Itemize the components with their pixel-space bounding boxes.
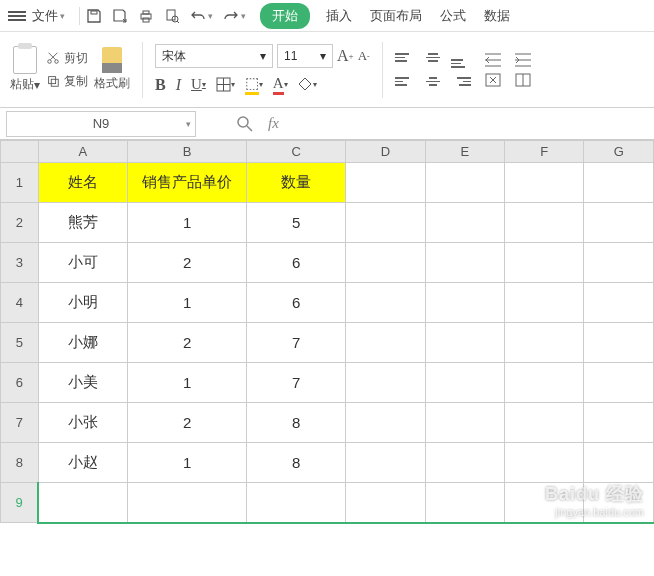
- cell-F4[interactable]: [505, 283, 584, 323]
- cell-C1[interactable]: 数量: [247, 163, 346, 203]
- cell-B2[interactable]: 1: [128, 203, 247, 243]
- row-header-7[interactable]: 7: [1, 403, 39, 443]
- cell-E6[interactable]: [425, 363, 504, 403]
- column-header-G[interactable]: G: [584, 141, 654, 163]
- cell-C2[interactable]: 5: [247, 203, 346, 243]
- cell-G4[interactable]: [584, 283, 654, 323]
- cut-button[interactable]: 剪切: [46, 50, 88, 67]
- cell-G8[interactable]: [584, 443, 654, 483]
- cell-A9[interactable]: [38, 483, 127, 523]
- format-painter-button[interactable]: 格式刷: [94, 47, 130, 92]
- cell-C7[interactable]: 8: [247, 403, 346, 443]
- cell-style-button[interactable]: ▾: [298, 77, 317, 92]
- save-as-icon[interactable]: [112, 8, 128, 24]
- column-header-B[interactable]: B: [128, 141, 247, 163]
- cell-G1[interactable]: [584, 163, 654, 203]
- cell-F6[interactable]: [505, 363, 584, 403]
- decrease-indent-button[interactable]: [485, 53, 501, 67]
- font-name-select[interactable]: 宋体▾: [155, 44, 273, 68]
- cell-G6[interactable]: [584, 363, 654, 403]
- paste-button[interactable]: 粘贴 ▾: [10, 46, 40, 93]
- cell-D3[interactable]: [346, 243, 425, 283]
- fx-button[interactable]: fx: [268, 115, 279, 132]
- search-icon[interactable]: [236, 115, 254, 133]
- cell-G3[interactable]: [584, 243, 654, 283]
- align-top-button[interactable]: [395, 48, 415, 68]
- tab-start[interactable]: 开始: [260, 3, 310, 29]
- redo-icon[interactable]: ▾: [223, 8, 246, 24]
- menu-hamburger-icon[interactable]: [8, 9, 26, 23]
- column-header-E[interactable]: E: [425, 141, 504, 163]
- cell-C6[interactable]: 7: [247, 363, 346, 403]
- cell-B9[interactable]: [128, 483, 247, 523]
- cell-G9[interactable]: [584, 483, 654, 523]
- chevron-down-icon[interactable]: ▾: [186, 119, 191, 129]
- row-header-8[interactable]: 8: [1, 443, 39, 483]
- font-size-select[interactable]: 11▾: [277, 44, 333, 68]
- cell-E1[interactable]: [425, 163, 504, 203]
- file-menu[interactable]: 文件 ▾: [32, 7, 65, 25]
- row-header-2[interactable]: 2: [1, 203, 39, 243]
- cell-F7[interactable]: [505, 403, 584, 443]
- row-header-1[interactable]: 1: [1, 163, 39, 203]
- cell-A6[interactable]: 小美: [38, 363, 127, 403]
- cell-A5[interactable]: 小娜: [38, 323, 127, 363]
- name-box[interactable]: N9 ▾: [6, 111, 196, 137]
- bold-button[interactable]: B: [155, 76, 166, 94]
- cell-F5[interactable]: [505, 323, 584, 363]
- align-right-button[interactable]: [451, 72, 471, 92]
- font-color-button[interactable]: A▾: [273, 75, 288, 95]
- cell-D9[interactable]: [346, 483, 425, 523]
- cell-D8[interactable]: [346, 443, 425, 483]
- cell-B6[interactable]: 1: [128, 363, 247, 403]
- save-icon[interactable]: [86, 8, 102, 24]
- cell-B7[interactable]: 2: [128, 403, 247, 443]
- grow-font-button[interactable]: A+: [337, 47, 354, 65]
- cell-F9[interactable]: [505, 483, 584, 523]
- row-header-4[interactable]: 4: [1, 283, 39, 323]
- row-header-3[interactable]: 3: [1, 243, 39, 283]
- cell-D2[interactable]: [346, 203, 425, 243]
- row-header-9[interactable]: 9: [1, 483, 39, 523]
- border-button[interactable]: ▾: [216, 77, 235, 92]
- cell-E8[interactable]: [425, 443, 504, 483]
- print-icon[interactable]: [138, 8, 154, 24]
- cell-D4[interactable]: [346, 283, 425, 323]
- underline-button[interactable]: U▾: [191, 76, 206, 93]
- cell-B1[interactable]: 销售产品单价: [128, 163, 247, 203]
- cell-B8[interactable]: 1: [128, 443, 247, 483]
- tab-page-layout[interactable]: 页面布局: [368, 3, 424, 29]
- cell-D1[interactable]: [346, 163, 425, 203]
- formula-input[interactable]: [289, 111, 654, 137]
- column-header-A[interactable]: A: [38, 141, 127, 163]
- row-header-5[interactable]: 5: [1, 323, 39, 363]
- cell-G2[interactable]: [584, 203, 654, 243]
- cell-A1[interactable]: 姓名: [38, 163, 127, 203]
- cell-E9[interactable]: [425, 483, 504, 523]
- align-left-button[interactable]: [395, 72, 415, 92]
- tab-formulas[interactable]: 公式: [438, 3, 468, 29]
- cell-F8[interactable]: [505, 443, 584, 483]
- cell-C8[interactable]: 8: [247, 443, 346, 483]
- cell-G7[interactable]: [584, 403, 654, 443]
- column-header-D[interactable]: D: [346, 141, 425, 163]
- italic-button[interactable]: I: [176, 76, 181, 94]
- cell-A3[interactable]: 小可: [38, 243, 127, 283]
- align-center-button[interactable]: [423, 72, 443, 92]
- cell-G5[interactable]: [584, 323, 654, 363]
- cell-A2[interactable]: 熊芳: [38, 203, 127, 243]
- cell-B5[interactable]: 2: [128, 323, 247, 363]
- cell-B4[interactable]: 1: [128, 283, 247, 323]
- tab-data[interactable]: 数据: [482, 3, 512, 29]
- cell-D6[interactable]: [346, 363, 425, 403]
- cell-F2[interactable]: [505, 203, 584, 243]
- merge-cells-button[interactable]: [485, 73, 501, 87]
- undo-icon[interactable]: ▾: [190, 8, 213, 24]
- cell-E5[interactable]: [425, 323, 504, 363]
- tab-insert[interactable]: 插入: [324, 3, 354, 29]
- cell-E7[interactable]: [425, 403, 504, 443]
- cell-C4[interactable]: 6: [247, 283, 346, 323]
- align-middle-button[interactable]: [423, 48, 443, 68]
- cell-C9[interactable]: [247, 483, 346, 523]
- cell-A7[interactable]: 小张: [38, 403, 127, 443]
